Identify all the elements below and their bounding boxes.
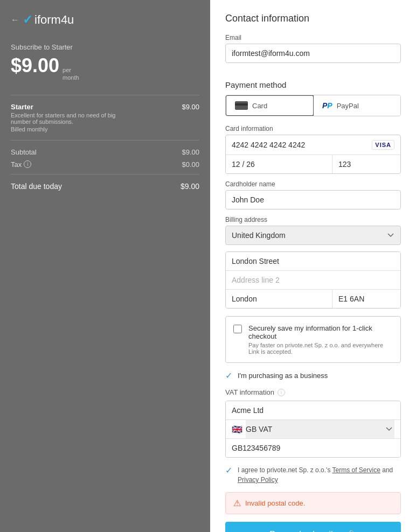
paypal-payment-option[interactable]: PP PayPal (314, 95, 400, 116)
vat-title-text: VAT information (225, 388, 274, 396)
line-item: Starter Excellent for starters and no ne… (11, 95, 199, 140)
address-line2-input[interactable] (226, 271, 400, 290)
business-checkbox-row: ✓ I'm purchasing as a business (225, 370, 401, 381)
country-select[interactable]: United Kingdom (225, 226, 401, 245)
save-info-text: Securely save my information for 1-click… (248, 324, 393, 355)
pay-subscribe-button[interactable]: Pay and subscribe 🔒 (225, 522, 401, 532)
card-number-input[interactable] (232, 141, 372, 149)
terms-of-service-link[interactable]: Terms of Service (332, 466, 380, 474)
business-check-icon: ✓ (225, 370, 232, 381)
left-panel: ← ✓ iform4u Subscribe to Starter $9.00 p… (0, 0, 210, 532)
tax-info-icon[interactable]: i (24, 160, 31, 168)
email-input[interactable] (225, 44, 401, 63)
subtotal-value: $9.00 (182, 148, 199, 156)
billing-label: Billing address (225, 216, 401, 223)
logo-text: iform4u (34, 13, 74, 27)
error-text: Invalid postal code. (245, 499, 305, 507)
pay-button-label: Pay and subscribe (269, 530, 341, 533)
save-info-title: Securely save my information for 1-click… (248, 324, 393, 340)
tax-row: Tax i $0.00 (11, 160, 199, 169)
email-label: Email (225, 34, 401, 41)
card-option-label: Card (252, 102, 267, 110)
card-number-row: VISA (226, 135, 400, 155)
line-item-price: $9.00 (182, 103, 199, 111)
city-input[interactable] (226, 290, 332, 308)
cardholder-section: Cardholder name (225, 180, 401, 209)
contact-title: Contact information (225, 13, 401, 24)
total-value: $9.00 (181, 182, 199, 191)
price-period: permonth (63, 66, 79, 82)
card-bottom-row (226, 155, 400, 173)
card-fields-box: VISA (225, 135, 401, 174)
subscribe-label: Subscribe to Starter (11, 43, 199, 51)
billing-section: Billing address United Kingdom (225, 216, 401, 309)
card-cvc-input[interactable] (338, 160, 401, 169)
vat-company-input[interactable] (226, 401, 400, 420)
price-row: $9.00 permonth (11, 54, 199, 82)
vat-country-select[interactable]: GB VAT (246, 420, 394, 438)
subtotal-row: Subtotal $9.00 (11, 148, 199, 156)
vat-fields: 🇬🇧 GB VAT (225, 401, 401, 458)
gb-flag-icon: 🇬🇧 (232, 424, 242, 435)
terms-text: I agree to privote.net Sp. z o.o.'s Term… (238, 465, 401, 485)
business-label: I'm purchasing as a business (238, 372, 328, 380)
line-item-info: Starter Excellent for starters and no ne… (11, 103, 129, 132)
terms-row: ✓ I agree to privote.net Sp. z o.o.'s Te… (225, 465, 401, 485)
line-item-billed: Billed monthly (11, 126, 129, 132)
vat-country-row: 🇬🇧 GB VAT (226, 420, 400, 439)
save-info-checkbox[interactable] (233, 325, 242, 333)
postcode-input[interactable] (332, 290, 401, 308)
summary-rows: Subtotal $9.00 Tax i $0.00 (11, 140, 199, 169)
address-fields (225, 251, 401, 309)
error-box: ⚠ Invalid postal code. (225, 492, 401, 514)
logo-check-icon: ✓ (23, 13, 32, 27)
card-info-label: Card information (225, 125, 401, 132)
card-expiry-input[interactable] (226, 155, 332, 173)
vat-number-input[interactable] (226, 439, 400, 457)
tax-label: Tax i (11, 160, 31, 169)
paypal-icon: PP (322, 101, 332, 110)
logo: ✓ iform4u (23, 13, 74, 27)
total-label: Total due today (11, 182, 62, 191)
card-icon (235, 101, 248, 110)
payment-method-title: Payment method (225, 80, 401, 89)
vat-section: VAT information i 🇬🇧 GB VAT (225, 388, 401, 458)
error-icon: ⚠ (233, 498, 241, 508)
card-cvc-row (332, 155, 401, 173)
line-item-name: Starter (11, 103, 129, 111)
address-line1-input[interactable] (226, 252, 400, 271)
save-info-box: Securely save my information for 1-click… (225, 316, 401, 363)
vat-title: VAT information i (225, 388, 401, 396)
terms-check-icon: ✓ (225, 465, 232, 475)
visa-logo: VISA (372, 140, 394, 150)
total-row: Total due today $9.00 (11, 174, 199, 191)
tax-value: $0.00 (182, 160, 199, 169)
card-payment-option[interactable]: Card (225, 95, 314, 116)
privacy-policy-link[interactable]: Privacy Policy (238, 476, 278, 484)
line-item-desc: Excellent for starters and no need of bi… (11, 112, 129, 125)
save-info-desc: Pay faster on privote.net Sp. z o.o. and… (248, 342, 393, 355)
back-arrow-icon[interactable]: ← (11, 15, 19, 25)
cardholder-input[interactable] (225, 190, 401, 209)
payment-options: Card PP PayPal (225, 95, 401, 116)
svg-rect-1 (235, 103, 248, 106)
price-amount: $9.00 (11, 54, 59, 77)
vat-info-icon[interactable]: i (278, 389, 285, 396)
address-city-postcode-row (226, 290, 400, 308)
lock-icon: 🔒 (346, 529, 357, 532)
right-panel: Contact information Email Payment method… (210, 0, 416, 532)
paypal-option-label: PayPal (337, 102, 359, 110)
logo-bar: ← ✓ iform4u (11, 13, 199, 27)
cardholder-label: Cardholder name (225, 180, 401, 188)
subtotal-label: Subtotal (11, 148, 37, 156)
